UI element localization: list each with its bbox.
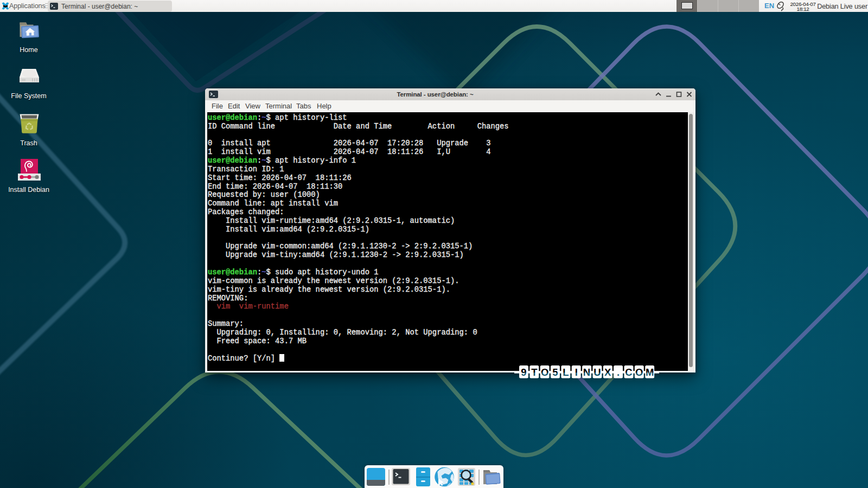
svg-text:5: 5 [552, 367, 558, 378]
svg-text:N: N [583, 367, 590, 378]
svg-text:U: U [593, 367, 601, 378]
svg-text:.: . [617, 367, 620, 378]
svg-text:L: L [563, 367, 569, 378]
svg-text:T: T [531, 367, 538, 378]
svg-text:O: O [635, 367, 643, 378]
svg-text:9: 9 [521, 367, 526, 378]
svg-text:C: C [625, 367, 632, 378]
svg-text:I: I [575, 367, 578, 378]
svg-text:X: X [604, 367, 611, 378]
svg-text:M: M [646, 367, 654, 378]
svg-text:O: O [541, 367, 548, 378]
